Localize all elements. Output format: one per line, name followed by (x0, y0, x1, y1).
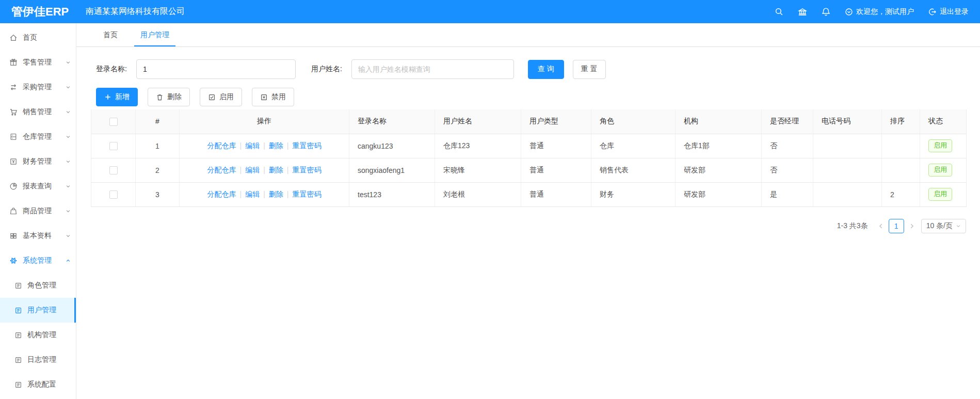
chevron-down-icon (66, 109, 71, 115)
enable-button[interactable]: 启用 (200, 88, 242, 106)
page-size-select[interactable]: 10 条/页 (921, 219, 966, 233)
sidebar-item-warehouse[interactable]: 仓库管理 (0, 124, 76, 149)
chevron-down-icon (956, 224, 961, 229)
add-button[interactable]: 新增 (96, 88, 138, 106)
warehouse-icon (9, 133, 18, 141)
tab-bar: 首页 用户管理 (76, 23, 980, 47)
pagination: 1-3 共3条 1 10 条/页 (91, 219, 966, 233)
table-row: 2 分配仓库|编辑|删除|重置密码 songxiaofeng1 宋晓锋 普通 销… (91, 158, 967, 182)
page-number[interactable]: 1 (889, 219, 904, 233)
sidebar-item-role-management[interactable]: 角色管理 (0, 273, 76, 298)
assign-warehouse-link[interactable]: 分配仓库 (207, 141, 236, 150)
trash-icon (156, 93, 164, 101)
sidebar-item-user-management[interactable]: 用户管理 (0, 298, 76, 323)
app-logo: 管伊佳ERP (0, 4, 76, 20)
assign-warehouse-link[interactable]: 分配仓库 (207, 190, 236, 198)
company-name: 南通某某网络科技有限公司 (86, 6, 185, 17)
row-checkbox[interactable] (109, 190, 118, 199)
sidebar-item-purchase[interactable]: 采购管理 (0, 75, 76, 100)
cell-role: 财务 (591, 182, 676, 206)
table-header-row: # 操作 登录名称 用户姓名 用户类型 角色 机构 是否经理 电话号码 排序 状… (91, 109, 967, 134)
prev-page-button[interactable] (876, 223, 886, 229)
header-actions: 欢迎您，测试用户 退出登录 (775, 7, 980, 17)
search-icon[interactable] (775, 7, 783, 16)
login-name-input[interactable] (136, 59, 296, 79)
sidebar-item-system[interactable]: 系统管理 (0, 248, 76, 273)
shopping-bag-icon (9, 207, 18, 215)
search-button[interactable]: 查 询 (528, 60, 564, 79)
disable-button[interactable]: 禁用 (252, 88, 294, 106)
sidebar-item-basic-data[interactable]: 基本资料 (0, 224, 76, 248)
cell-role: 仓库 (591, 134, 676, 158)
sidebar-item-system-config[interactable]: 系统配置 (0, 372, 76, 397)
main-area: 首页 用户管理 登录名称: 用户姓名: 查 询 重 置 新增 (76, 23, 980, 399)
column-actions: 操作 (180, 109, 349, 134)
select-all-checkbox[interactable] (109, 118, 118, 126)
finance-icon (9, 157, 18, 166)
sidebar-item-retail[interactable]: 零售管理 (0, 50, 76, 75)
column-login: 登录名称 (349, 109, 435, 134)
tab-user-management[interactable]: 用户管理 (129, 23, 181, 46)
user-menu[interactable]: 欢迎您，测试用户 (845, 7, 914, 17)
plus-icon (104, 93, 111, 101)
reset-button[interactable]: 重 置 (573, 60, 606, 79)
delete-button[interactable]: 删除 (148, 88, 190, 106)
edit-link[interactable]: 编辑 (245, 141, 260, 150)
cell-phone (813, 134, 882, 158)
sidebar-item-org-management[interactable]: 机构管理 (0, 323, 76, 347)
logout-button[interactable]: 退出登录 (928, 7, 969, 17)
status-badge: 启用 (928, 139, 952, 152)
sidebar-item-products[interactable]: 商品管理 (0, 199, 76, 224)
bank-icon[interactable] (798, 7, 807, 17)
chevron-down-icon (66, 85, 71, 90)
row-checkbox[interactable] (109, 142, 118, 150)
cell-name: 仓库123 (435, 134, 521, 158)
cell-type: 普通 (521, 182, 591, 206)
sidebar-item-reports[interactable]: 报表查询 (0, 174, 76, 199)
profile-icon (14, 356, 22, 364)
sidebar-item-sales[interactable]: 销售管理 (0, 100, 76, 124)
sidebar-item-finance[interactable]: 财务管理 (0, 149, 76, 174)
sidebar: 首页 零售管理 采购管理 销售管理 仓库管理 (0, 23, 76, 399)
cell-sort (882, 158, 920, 182)
sidebar-item-log-management[interactable]: 日志管理 (0, 347, 76, 372)
delete-link[interactable]: 删除 (269, 190, 283, 198)
profile-icon (14, 307, 22, 314)
edit-link[interactable]: 编辑 (245, 190, 260, 198)
logout-icon (928, 8, 937, 16)
reset-password-link[interactable]: 重置密码 (292, 190, 321, 198)
delete-link[interactable]: 删除 (269, 141, 283, 150)
check-square-icon (208, 93, 216, 101)
sidebar-item-home[interactable]: 首页 (0, 25, 76, 50)
column-index: # (136, 109, 180, 134)
cell-role: 销售代表 (591, 158, 676, 182)
edit-link[interactable]: 编辑 (245, 166, 260, 174)
row-checkbox[interactable] (109, 166, 118, 174)
profile-icon (14, 282, 22, 290)
reset-password-link[interactable]: 重置密码 (292, 141, 321, 150)
pie-chart-icon (9, 182, 18, 190)
next-page-button[interactable] (907, 223, 917, 229)
user-table: # 操作 登录名称 用户姓名 用户类型 角色 机构 是否经理 电话号码 排序 状… (91, 109, 967, 207)
chevron-up-icon (66, 258, 71, 263)
top-header: 管伊佳ERP 南通某某网络科技有限公司 欢迎您，测试用户 退出登录 (0, 0, 980, 23)
cell-org: 仓库1部 (676, 134, 762, 158)
assign-warehouse-link[interactable]: 分配仓库 (207, 166, 236, 174)
column-org: 机构 (676, 109, 762, 134)
page-content: 登录名称: 用户姓名: 查 询 重 置 新增 删除 (76, 47, 980, 399)
user-name-input[interactable] (351, 59, 514, 79)
cell-manager: 是 (762, 182, 813, 206)
user-name-label: 用户姓名: (311, 65, 342, 74)
delete-link[interactable]: 删除 (269, 166, 283, 174)
gear-icon (9, 257, 18, 265)
cell-org: 研发部 (676, 158, 762, 182)
cell-login: test123 (349, 182, 435, 206)
tab-home[interactable]: 首页 (92, 23, 129, 46)
down-circle-icon (845, 8, 853, 16)
chevron-down-icon (66, 60, 71, 65)
bell-icon[interactable] (822, 7, 830, 16)
column-type: 用户类型 (521, 109, 591, 134)
cell-phone (813, 158, 882, 182)
reset-password-link[interactable]: 重置密码 (292, 166, 321, 174)
cell-name: 宋晓锋 (435, 158, 521, 182)
